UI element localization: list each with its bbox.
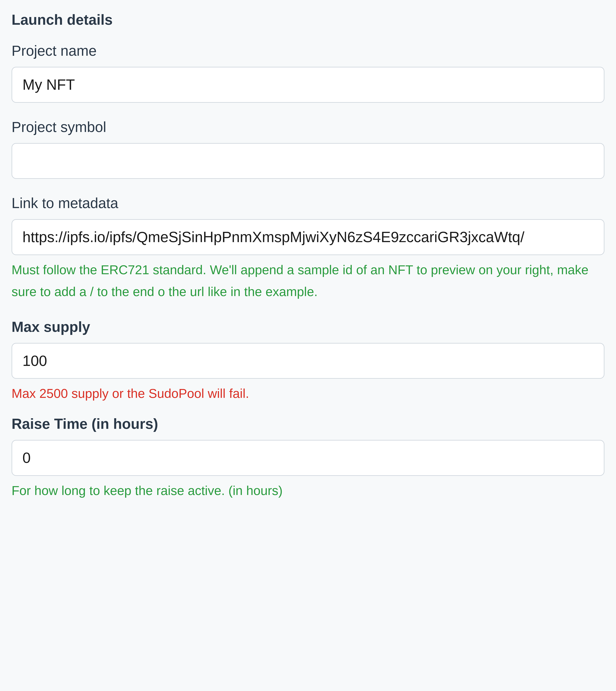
project-symbol-label: Project symbol	[12, 119, 604, 135]
max-supply-group: Max supply Max 2500 supply or the SudoPo…	[12, 319, 604, 404]
raise-time-helper: For how long to keep the raise active. (…	[12, 480, 604, 502]
raise-time-group: Raise Time (in hours) For how long to ke…	[12, 416, 604, 502]
metadata-group: Link to metadata Must follow the ERC721 …	[12, 195, 604, 302]
project-symbol-group: Project symbol	[12, 119, 604, 179]
project-symbol-input[interactable]	[12, 143, 604, 179]
project-name-label: Project name	[12, 43, 604, 59]
section-title: Launch details	[12, 12, 604, 28]
max-supply-input[interactable]	[12, 343, 604, 379]
metadata-helper: Must follow the ERC721 standard. We'll a…	[12, 259, 604, 302]
metadata-label: Link to metadata	[12, 195, 604, 211]
project-name-group: Project name	[12, 43, 604, 103]
metadata-input[interactable]	[12, 219, 604, 255]
launch-details-form: Launch details Project name Project symb…	[12, 12, 604, 502]
max-supply-label: Max supply	[12, 319, 604, 335]
max-supply-helper: Max 2500 supply or the SudoPool will fai…	[12, 382, 604, 404]
raise-time-input[interactable]	[12, 440, 604, 476]
project-name-input[interactable]	[12, 67, 604, 103]
raise-time-label: Raise Time (in hours)	[12, 416, 604, 432]
